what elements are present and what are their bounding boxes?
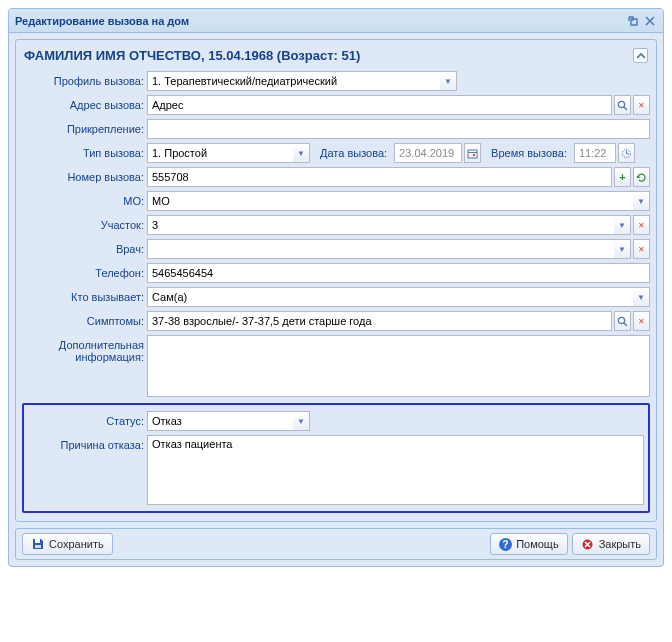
caller-combo[interactable]: [147, 287, 633, 307]
clock-icon[interactable]: [618, 143, 635, 163]
label-extra: Дополнительная информация:: [22, 335, 147, 363]
mo-combo[interactable]: [147, 191, 633, 211]
window-maximize-icon[interactable]: [625, 13, 640, 28]
label-status: Статус:: [28, 411, 147, 427]
label-caller: Кто вызывает:: [22, 287, 147, 303]
uchastok-combo[interactable]: [147, 215, 614, 235]
footer-toolbar: Сохранить ? Помощь Закрыть: [15, 528, 657, 560]
window-titlebar: Редактирование вызова на дом: [9, 9, 663, 33]
home-call-edit-window: Редактирование вызова на дом ФАМИЛИЯ ИМЯ…: [8, 8, 664, 567]
extra-textarea[interactable]: [147, 335, 650, 397]
patient-header: ФАМИЛИЯ ИМЯ ОТЧЕСТВО, 15.04.1968 (Возрас…: [22, 46, 650, 71]
call-type-combo[interactable]: [147, 143, 293, 163]
call-number-input[interactable]: [147, 167, 612, 187]
label-call-date: Дата вызова:: [312, 147, 392, 159]
window-title: Редактирование вызова на дом: [15, 15, 189, 27]
svg-rect-4: [473, 154, 475, 156]
call-time-input[interactable]: [574, 143, 616, 163]
save-icon: [31, 537, 45, 551]
chevron-down-icon[interactable]: ▼: [293, 411, 310, 431]
patient-header-text: ФАМИЛИЯ ИМЯ ОТЧЕСТВО, 15.04.1968 (Возрас…: [24, 48, 360, 63]
search-icon[interactable]: [614, 311, 631, 331]
status-combo[interactable]: [147, 411, 293, 431]
clear-icon[interactable]: ✕: [633, 215, 650, 235]
label-mo: МО:: [22, 191, 147, 207]
svg-rect-10: [35, 539, 40, 543]
status-highlight-box: Статус: ▼ Причина отказа:: [22, 403, 650, 513]
label-doctor: Врач:: [22, 239, 147, 255]
close-button-label: Закрыть: [599, 538, 641, 550]
panel-collapse-icon[interactable]: [633, 48, 648, 63]
svg-point-0: [618, 101, 624, 107]
profile-combo[interactable]: [147, 71, 440, 91]
save-button-label: Сохранить: [49, 538, 104, 550]
chevron-down-icon[interactable]: ▼: [614, 215, 631, 235]
help-button[interactable]: ? Помощь: [490, 533, 568, 555]
phone-input[interactable]: [147, 263, 650, 283]
plus-icon[interactable]: +: [614, 167, 631, 187]
window-close-icon[interactable]: [642, 13, 657, 28]
clear-icon[interactable]: ✕: [633, 95, 650, 115]
refresh-icon[interactable]: [633, 167, 650, 187]
symptoms-input[interactable]: [147, 311, 612, 331]
close-icon: [581, 537, 595, 551]
svg-line-7: [626, 153, 629, 154]
svg-line-9: [624, 323, 627, 326]
svg-point-8: [618, 317, 624, 323]
call-date-input[interactable]: [394, 143, 462, 163]
doctor-combo[interactable]: [147, 239, 614, 259]
chevron-down-icon[interactable]: ▼: [293, 143, 310, 163]
search-icon[interactable]: [614, 95, 631, 115]
chevron-down-icon[interactable]: ▼: [440, 71, 457, 91]
label-uchastok: Участок:: [22, 215, 147, 231]
refusal-reason-textarea[interactable]: [147, 435, 644, 505]
chevron-down-icon[interactable]: ▼: [614, 239, 631, 259]
address-input[interactable]: [147, 95, 612, 115]
svg-rect-11: [35, 545, 41, 548]
svg-rect-2: [468, 150, 477, 158]
label-call-time: Время вызова:: [483, 147, 572, 159]
help-button-label: Помощь: [516, 538, 559, 550]
svg-line-1: [624, 107, 627, 110]
clear-icon[interactable]: ✕: [633, 239, 650, 259]
label-refusal-reason: Причина отказа:: [28, 435, 147, 451]
close-button[interactable]: Закрыть: [572, 533, 650, 555]
chevron-down-icon[interactable]: ▼: [633, 287, 650, 307]
label-call-type: Тип вызова:: [22, 143, 147, 159]
calendar-icon[interactable]: [464, 143, 481, 163]
form-panel: ФАМИЛИЯ ИМЯ ОТЧЕСТВО, 15.04.1968 (Возрас…: [15, 39, 657, 522]
clear-icon[interactable]: ✕: [633, 311, 650, 331]
label-address: Адрес вызова:: [22, 95, 147, 111]
label-profile: Профиль вызова:: [22, 71, 147, 87]
chevron-down-icon[interactable]: ▼: [633, 191, 650, 211]
label-call-number: Номер вызова:: [22, 167, 147, 183]
label-symptoms: Симптомы:: [22, 311, 147, 327]
attachment-input[interactable]: [147, 119, 650, 139]
label-attachment: Прикрепление:: [22, 119, 147, 135]
save-button[interactable]: Сохранить: [22, 533, 113, 555]
help-icon: ?: [499, 538, 512, 551]
label-phone: Телефон:: [22, 263, 147, 279]
